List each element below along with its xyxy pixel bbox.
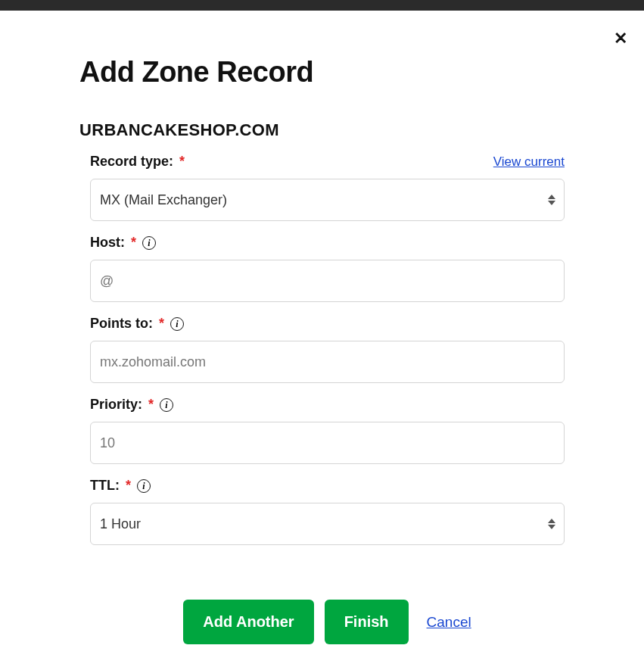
host-input[interactable] (90, 260, 565, 302)
required-star: * (126, 478, 131, 494)
points-to-label: Points to: (90, 316, 153, 332)
record-type-select[interactable]: MX (Mail Exchanger) (90, 179, 565, 221)
required-star: * (159, 316, 164, 332)
priority-label: Priority: (90, 397, 142, 413)
field-priority: Priority: * i (90, 397, 565, 464)
info-icon[interactable]: i (160, 398, 173, 412)
points-to-input[interactable] (90, 341, 565, 383)
domain-name: URBANCAKESHOP.COM (79, 120, 565, 140)
dialog-container: Add Zone Record URBANCAKESHOP.COM Record… (0, 11, 644, 667)
info-icon[interactable]: i (142, 236, 156, 250)
cancel-link[interactable]: Cancel (427, 614, 471, 631)
field-record-type: Record type: * View current MX (Mail Exc… (90, 154, 565, 221)
host-label: Host: (90, 235, 125, 251)
record-type-label: Record type: (90, 154, 173, 170)
field-points-to: Points to: * i (90, 316, 565, 383)
info-icon[interactable]: i (170, 317, 184, 331)
view-current-link[interactable]: View current (493, 154, 565, 170)
add-another-button[interactable]: Add Another (183, 600, 313, 644)
field-host: Host: * i (90, 235, 565, 302)
button-row: Add Another Finish Cancel (90, 600, 565, 644)
ttl-select[interactable]: 1 Hour (90, 503, 565, 545)
required-star: * (148, 397, 154, 413)
close-icon[interactable]: ✕ (614, 30, 627, 47)
required-star: * (131, 235, 136, 251)
field-ttl: TTL: * i 1 Hour (90, 478, 565, 545)
top-bar (0, 0, 644, 11)
required-star: * (179, 154, 185, 170)
ttl-label: TTL: (90, 478, 120, 494)
form-content: Record type: * View current MX (Mail Exc… (79, 154, 565, 644)
info-icon[interactable]: i (137, 479, 151, 493)
finish-button[interactable]: Finish (325, 600, 409, 644)
priority-input[interactable] (90, 422, 565, 464)
page-title: Add Zone Record (79, 56, 565, 89)
